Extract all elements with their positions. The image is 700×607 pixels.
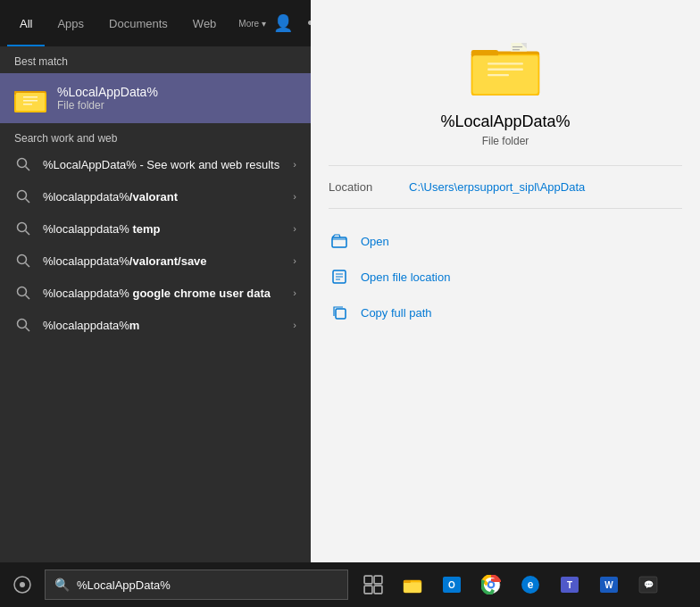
- svg-rect-38: [374, 586, 382, 594]
- search-icon-5: [14, 316, 32, 334]
- svg-rect-36: [374, 576, 382, 584]
- search-icon-4: [14, 284, 32, 302]
- teams-icon[interactable]: T: [552, 562, 588, 607]
- best-match-subtitle: File folder: [57, 99, 158, 112]
- search-icon-1: [14, 187, 32, 205]
- tab-web[interactable]: Web: [180, 0, 229, 46]
- svg-rect-29: [512, 49, 520, 50]
- svg-text:W: W: [604, 580, 613, 590]
- svg-text:T: T: [567, 580, 572, 590]
- svg-line-12: [26, 231, 30, 236]
- list-item-text-5: %localappdata%m: [43, 319, 293, 332]
- chrome-icon[interactable]: [473, 562, 509, 607]
- chevron-icon-5: ›: [293, 320, 296, 330]
- tab-documents[interactable]: Documents: [96, 0, 180, 46]
- action-open[interactable]: Open: [329, 223, 682, 259]
- svg-rect-28: [512, 46, 522, 47]
- taskbar-search-bar[interactable]: 🔍: [45, 570, 348, 600]
- chevron-icon-0: ›: [293, 159, 296, 170]
- word-icon[interactable]: W: [591, 562, 627, 607]
- copy-icon: [329, 302, 350, 323]
- tab-more[interactable]: More ▾: [229, 13, 273, 34]
- location-row: Location C:\Users\erpsupport_sipl\AppDat…: [329, 180, 682, 194]
- svg-point-11: [18, 223, 27, 232]
- svg-line-18: [26, 328, 30, 332]
- list-item-text-4: %localappdata% google chrome user data: [43, 287, 293, 300]
- svg-rect-4: [23, 96, 38, 98]
- divider: [329, 165, 682, 166]
- svg-rect-25: [488, 74, 509, 76]
- taskbar-search-icon: 🔍: [54, 578, 70, 592]
- search-icon-3: [14, 252, 32, 270]
- svg-rect-35: [364, 576, 372, 584]
- store-icon[interactable]: 💬: [630, 562, 666, 607]
- action-copy-path[interactable]: Copy full path: [329, 295, 682, 330]
- search-work-label: Search work and web: [0, 123, 311, 148]
- svg-point-9: [18, 191, 27, 200]
- svg-rect-41: [404, 580, 411, 583]
- svg-point-13: [18, 255, 27, 264]
- left-panel: All Apps Documents Web More ▾ 👤 ••• Best…: [0, 0, 311, 562]
- edge-icon[interactable]: e: [512, 562, 548, 607]
- chevron-icon-1: ›: [293, 191, 296, 202]
- right-subtitle: File folder: [329, 135, 682, 147]
- svg-rect-3: [16, 93, 45, 111]
- action-open-file-location-label: Open file location: [361, 270, 450, 284]
- open-folder-icon: [329, 230, 350, 252]
- best-match-item[interactable]: %LocalAppData% File folder: [0, 73, 311, 123]
- list-item-text-3: %localappdata%/valorant/save: [43, 254, 293, 268]
- start-button[interactable]: [0, 562, 45, 607]
- action-copy-path-label: Copy full path: [361, 306, 432, 320]
- list-item-2[interactable]: %localappdata% temp ›: [0, 212, 311, 245]
- svg-text:O: O: [448, 580, 455, 590]
- outlook-icon[interactable]: O: [434, 562, 470, 607]
- file-explorer-icon[interactable]: [395, 562, 430, 607]
- chevron-icon-4: ›: [293, 287, 296, 298]
- divider-2: [329, 208, 682, 209]
- search-icon-2: [14, 220, 32, 237]
- person-icon[interactable]: 👤: [273, 13, 293, 33]
- svg-rect-37: [364, 586, 372, 594]
- chevron-icon-2: ›: [293, 223, 296, 234]
- svg-rect-23: [488, 62, 523, 64]
- svg-line-14: [26, 263, 30, 268]
- right-panel: %LocalAppData% File folder Location C:\U…: [311, 0, 700, 562]
- file-location-icon: [329, 266, 350, 287]
- location-label: Location: [329, 180, 409, 194]
- location-path[interactable]: C:\Users\erpsupport_sipl\AppData: [409, 180, 585, 194]
- folder-icon: [14, 82, 46, 114]
- list-item-3[interactable]: %localappdata%/valorant/save ›: [0, 245, 311, 277]
- svg-text:💬: 💬: [644, 579, 654, 590]
- svg-line-16: [26, 295, 30, 300]
- svg-line-10: [26, 199, 30, 204]
- taskbar-search-input[interactable]: [77, 578, 338, 592]
- chevron-icon-3: ›: [293, 255, 296, 266]
- list-item-text-1: %localappdata%/valorant: [43, 190, 293, 204]
- tab-all[interactable]: All: [7, 0, 45, 46]
- list-item-text-0: %LocalAppData% - See work and web result…: [43, 158, 293, 171]
- svg-line-8: [26, 167, 30, 171]
- list-item-5[interactable]: %localappdata%m ›: [0, 309, 311, 341]
- svg-rect-6: [23, 104, 32, 105]
- tab-apps[interactable]: Apps: [45, 0, 96, 46]
- taskbar: 🔍 O: [0, 562, 700, 607]
- svg-point-47: [489, 583, 493, 586]
- task-view-icon[interactable]: [355, 562, 391, 607]
- list-item-0[interactable]: %LocalAppData% - See work and web result…: [0, 148, 311, 180]
- right-folder-icon: [329, 36, 682, 98]
- svg-rect-24: [488, 69, 523, 71]
- svg-text:e: e: [528, 578, 534, 591]
- svg-rect-5: [23, 100, 38, 102]
- list-item-1[interactable]: %localappdata%/valorant ›: [0, 180, 311, 212]
- svg-point-15: [18, 287, 27, 296]
- svg-rect-40: [404, 582, 421, 593]
- list-item-4[interactable]: %localappdata% google chrome user data ›: [0, 277, 311, 309]
- action-open-file-location[interactable]: Open file location: [329, 259, 682, 295]
- list-item-text-2: %localappdata% temp: [43, 222, 293, 236]
- svg-rect-32: [336, 309, 346, 319]
- tabs-bar: All Apps Documents Web More ▾ 👤 •••: [0, 0, 311, 46]
- search-icon-0: [14, 155, 32, 173]
- svg-point-7: [18, 159, 27, 168]
- best-match-label: Best match: [0, 46, 311, 73]
- best-match-title: %LocalAppData%: [57, 85, 158, 99]
